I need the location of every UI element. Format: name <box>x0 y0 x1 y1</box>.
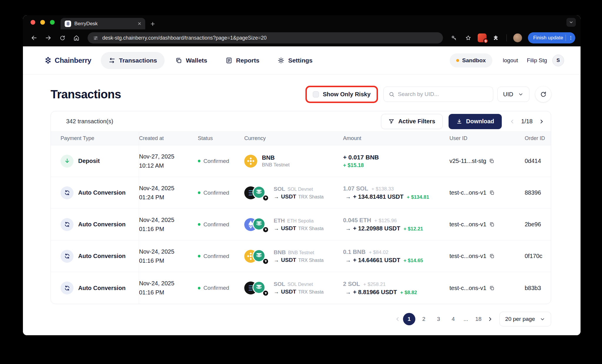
auto-conversion-sync-icon <box>61 250 73 263</box>
coin-pair <box>244 217 269 232</box>
logout-link[interactable]: logout <box>503 57 518 64</box>
show-only-risky-checkbox[interactable] <box>313 91 319 97</box>
conversion-arrow: → <box>274 225 279 232</box>
table-row[interactable]: Deposit Nov-27, 2025 10:12 AM Confirmed … <box>51 145 551 177</box>
avatar[interactable]: S <box>552 55 564 66</box>
refresh-icon <box>540 91 547 98</box>
next-page-chevron-icon[interactable] <box>487 316 493 322</box>
user-id: test-c...ons-v1 <box>449 189 525 196</box>
url-text[interactable]: desk-stg.chainberry.com/dashboard/transa… <box>102 35 267 41</box>
copy-icon[interactable] <box>489 285 495 291</box>
tab-list-chevron-icon[interactable] <box>566 18 576 27</box>
home-button[interactable] <box>71 32 82 44</box>
amount: 1.07 SOL+ $138.33 →+ 134.81481 USDT+ $13… <box>343 185 449 200</box>
user-name: Filip Stg <box>527 57 547 64</box>
download-button[interactable]: Download <box>449 114 502 129</box>
refresh-button[interactable] <box>535 86 551 102</box>
copy-icon[interactable] <box>489 158 494 164</box>
extensions-puzzle-icon[interactable] <box>490 32 502 44</box>
browser-profile-avatar[interactable] <box>513 33 522 42</box>
page-button-4[interactable]: 4 <box>447 313 459 325</box>
active-filters-button[interactable]: Active Filters <box>381 114 443 129</box>
status: Confirmed <box>198 285 244 291</box>
status-dot-icon <box>198 287 200 289</box>
status-dot-icon <box>198 223 200 226</box>
extension-badge: 9 <box>483 38 488 43</box>
col-currency: Currency <box>244 135 343 141</box>
password-key-icon[interactable] <box>448 32 460 44</box>
table-row[interactable]: Auto Conversion Nov-24, 2025 01:16 PM Co… <box>51 209 551 240</box>
currency: SOLSOL Devnet →USDTTRX Shasta <box>244 281 343 295</box>
coin-pair <box>244 186 269 200</box>
copy-icon[interactable] <box>489 253 495 259</box>
nav-wallets[interactable]: Wallets <box>168 52 215 69</box>
chevron-down-icon <box>540 316 545 322</box>
table-header-row: Payment Type Created at Status Currency … <box>51 132 551 145</box>
close-window-button[interactable] <box>31 20 35 25</box>
site-settings-icon[interactable] <box>93 35 98 41</box>
address-bar[interactable]: desk-stg.chainberry.com/dashboard/transa… <box>88 32 443 43</box>
nav-reports[interactable]: Reports <box>218 52 267 69</box>
payment-type: Auto Conversion <box>78 221 126 228</box>
user-id: test-c...ons-v1 <box>449 253 525 259</box>
page-button-1[interactable]: 1 <box>403 313 415 325</box>
toolbar-divider <box>506 34 507 41</box>
fullscreen-window-button[interactable] <box>50 20 55 25</box>
conversion-arrow: → <box>274 289 279 295</box>
user-id: test-c...ons-v1 <box>449 221 525 228</box>
page-indicator: 1/18 <box>521 118 533 125</box>
transactions-card: 342 transaction(s) Active Filters Downlo… <box>51 111 551 304</box>
table-row[interactable]: Auto Conversion Nov-24, 2025 01:16 PM Co… <box>51 240 551 272</box>
per-page-dropdown[interactable]: 20 per page <box>499 312 551 326</box>
finish-update-button[interactable]: Finish update <box>528 32 575 43</box>
search-icon <box>389 91 395 97</box>
tab-close-icon[interactable] <box>137 21 142 26</box>
extension-icon[interactable]: 9 <box>478 33 486 42</box>
transaction-count: 342 transaction(s) <box>66 118 113 125</box>
table-row[interactable]: Auto Conversion Nov-24, 2025 01:24 PM Co… <box>51 177 551 209</box>
show-only-risky-label[interactable]: Show Only Risky <box>323 91 370 98</box>
page-button-18[interactable]: 18 <box>472 313 485 325</box>
page-button-2[interactable]: 2 <box>418 313 430 325</box>
amount: 0.1 BNB+ $84.02 →+ 14.64661 USDT+ $14.65 <box>343 249 449 264</box>
transactions-page: Transactions Show Only Risky UID <box>23 75 581 335</box>
show-only-risky-annotation-highlight: Show Only Risky <box>305 86 378 103</box>
tab-strip: BerryDesk <box>23 15 581 29</box>
col-status: Status <box>198 135 244 141</box>
auto-conversion-sync-icon <box>61 186 73 199</box>
order-id: 0d414 <box>525 158 551 164</box>
next-page-chevron-icon[interactable] <box>539 119 544 124</box>
status: Confirmed <box>198 221 244 228</box>
status: Confirmed <box>198 158 244 164</box>
forward-button[interactable] <box>42 32 54 44</box>
page-button-3[interactable]: 3 <box>432 313 445 325</box>
card-header-actions: Active Filters Download 1/18 <box>381 114 544 129</box>
new-tab-button[interactable] <box>150 21 155 27</box>
search-box[interactable] <box>383 87 493 102</box>
reload-button[interactable] <box>56 32 68 44</box>
minimize-window-button[interactable] <box>40 20 45 25</box>
prev-page-chevron-icon[interactable] <box>395 316 401 322</box>
search-mode-dropdown[interactable]: UID <box>497 87 529 102</box>
brand-logo[interactable]: Chainberry <box>44 56 91 65</box>
page-controls: Show Only Risky UID <box>305 86 551 103</box>
copy-icon[interactable] <box>489 190 495 196</box>
search-input[interactable] <box>398 91 488 97</box>
amount: + 0.017 BNB + $15.18 <box>343 154 449 168</box>
tab-title: BerryDesk <box>74 21 134 27</box>
pagination-ellipsis: ... <box>462 316 470 322</box>
nav-settings[interactable]: Settings <box>270 52 320 69</box>
brand-name: Chainberry <box>55 56 91 65</box>
prev-page-chevron-icon[interactable] <box>509 119 515 124</box>
bookmark-star-icon[interactable] <box>462 32 474 44</box>
browser-menu-kebab-icon[interactable] <box>568 35 573 41</box>
nav-transactions[interactable]: Transactions <box>101 52 165 69</box>
table-row[interactable]: Auto Conversion Nov-24, 2025 01:16 PM Co… <box>51 272 551 304</box>
back-button[interactable] <box>28 32 40 44</box>
browser-tab[interactable]: BerryDesk <box>61 18 145 29</box>
conversion-arrow: → <box>274 194 279 200</box>
copy-icon[interactable] <box>489 222 495 227</box>
auto-conversion-sync-icon <box>61 218 73 231</box>
col-amount: Amount <box>343 135 449 141</box>
page-header: Transactions Show Only Risky UID <box>51 85 551 104</box>
